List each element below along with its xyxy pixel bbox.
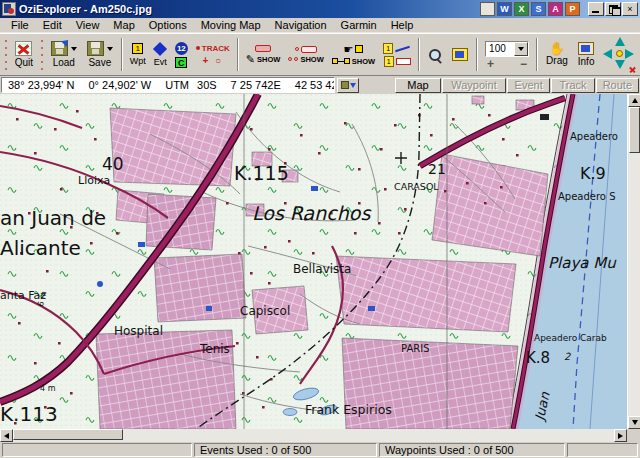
northing-value: 42 53 422N bbox=[295, 79, 335, 91]
tab-route[interactable]: Route bbox=[596, 78, 639, 93]
drag-button[interactable]: ✋ Drag bbox=[541, 35, 573, 74]
zoom-dropdown-icon[interactable] bbox=[514, 42, 528, 56]
tab-waypoint[interactable]: Waypoint bbox=[442, 78, 506, 93]
schedule-icon[interactable]: S bbox=[531, 2, 546, 16]
title-bar: OziExplorer - Am250c.jpg W X S A P × bbox=[0, 0, 640, 18]
status-events-used: Events Used : 0 of 500 bbox=[194, 443, 377, 457]
access-icon[interactable]: A bbox=[548, 2, 563, 16]
zoom-control: 100 + − bbox=[481, 35, 533, 74]
track-symbols-icon: + ○ bbox=[203, 55, 224, 66]
map-label-k9: K.9 bbox=[580, 164, 606, 183]
shift-close-icon[interactable] bbox=[629, 66, 636, 73]
event-toggle[interactable]: Evt bbox=[150, 35, 171, 74]
toolbar-grip-2[interactable] bbox=[39, 37, 45, 72]
load-dropdown-icon[interactable] bbox=[71, 47, 77, 51]
zoom-out-button[interactable]: − bbox=[520, 59, 527, 69]
status-waypoints-used: Waypoints Used : 0 of 500 bbox=[379, 443, 565, 457]
menu-garmin[interactable]: Garmin bbox=[334, 18, 384, 32]
horizontal-scroll-track[interactable] bbox=[13, 429, 614, 442]
office-logo-icon[interactable] bbox=[480, 2, 495, 16]
menu-map[interactable]: Map bbox=[106, 18, 141, 32]
zoom-level-value: 100 bbox=[486, 42, 514, 56]
mini-floppy-icon bbox=[341, 81, 349, 89]
map-label-lloixa: Lloixa bbox=[78, 174, 110, 187]
close-button[interactable]: × bbox=[622, 2, 638, 16]
track-tail-toggle[interactable]: TRACK + ○ bbox=[192, 35, 234, 74]
quit-button[interactable]: Quit bbox=[10, 35, 38, 74]
status-bar: Events Used : 0 of 500 Waypoints Used : … bbox=[0, 442, 640, 458]
menu-moving-map[interactable]: Moving Map bbox=[194, 18, 268, 32]
horizontal-scrollbar[interactable] bbox=[0, 429, 640, 442]
map-label-tenis: Tenis bbox=[199, 342, 230, 356]
tab-event[interactable]: Event bbox=[507, 78, 550, 93]
drag-hand-icon: ✋ bbox=[549, 43, 565, 54]
shift-up-icon[interactable] bbox=[615, 37, 625, 46]
shift-right-icon[interactable] bbox=[625, 49, 634, 59]
info-button[interactable]: Info bbox=[573, 35, 600, 74]
load-button[interactable]: Load bbox=[46, 35, 82, 74]
map-label-k115: K.115 bbox=[234, 162, 289, 184]
vertical-scroll-track[interactable] bbox=[628, 107, 640, 416]
map-label-paris: PARIS bbox=[401, 343, 429, 354]
tab-track[interactable]: Track bbox=[551, 78, 594, 93]
excel-icon[interactable]: X bbox=[514, 2, 529, 16]
datum-label: UTM bbox=[165, 79, 189, 91]
waypoint-toggle[interactable]: 1 Wpt bbox=[126, 35, 150, 74]
menu-view[interactable]: View bbox=[69, 18, 107, 32]
menu-help[interactable]: Help bbox=[384, 18, 421, 32]
map-label-apeadero: Apeadero bbox=[570, 131, 618, 142]
scroll-up-button[interactable] bbox=[628, 94, 640, 107]
scroll-right-button[interactable] bbox=[614, 429, 627, 442]
zoom-level-select[interactable]: 100 bbox=[485, 41, 529, 57]
map-label-apeadero-s: Apeadero S bbox=[558, 191, 616, 202]
scroll-left-button[interactable] bbox=[0, 429, 13, 442]
shift-down-icon[interactable] bbox=[615, 60, 625, 69]
menu-options[interactable]: Options bbox=[142, 18, 194, 32]
longitude-value: 0° 24,902' W bbox=[88, 79, 151, 91]
menu-file[interactable]: File bbox=[4, 18, 36, 32]
shift-left-icon[interactable] bbox=[603, 49, 612, 59]
restore-button[interactable] bbox=[605, 2, 621, 16]
word-icon[interactable]: W bbox=[497, 2, 512, 16]
menu-bar: File Edit View Map Options Moving Map Na… bbox=[0, 18, 640, 33]
latitude-value: 38° 23,994' N bbox=[8, 79, 74, 91]
minimize-button[interactable] bbox=[588, 2, 604, 16]
waypoint-number-toggle[interactable]: 12 C bbox=[171, 35, 192, 74]
save-position-button[interactable] bbox=[337, 78, 359, 93]
event-line-button[interactable]: 1 1 bbox=[379, 35, 415, 74]
map-properties-icon bbox=[452, 48, 468, 61]
track-bar-icon bbox=[255, 45, 271, 52]
shift-center-icon[interactable] bbox=[616, 50, 623, 57]
map-properties-button[interactable] bbox=[447, 35, 473, 74]
save-dropdown-icon[interactable] bbox=[107, 47, 113, 51]
menu-edit[interactable]: Edit bbox=[36, 18, 69, 32]
waypoint-show-button[interactable]: ☛ SHOW bbox=[328, 35, 379, 74]
line-icon bbox=[395, 44, 411, 52]
coordinate-bar: 38° 23,994' N 0° 24,902' W UTM 30S 7 25 … bbox=[0, 76, 640, 94]
map-label-k8: K.8 bbox=[526, 349, 550, 367]
scroll-up-icon bbox=[632, 98, 638, 103]
toolbar-grip[interactable] bbox=[3, 37, 9, 72]
track-show-button[interactable]: ✎SHOW bbox=[242, 35, 285, 74]
app-icon[interactable] bbox=[2, 2, 16, 16]
map-label-los-ranchos: Los Ranchos bbox=[252, 202, 371, 224]
scroll-down-button[interactable] bbox=[628, 416, 640, 429]
zoom-window-button[interactable] bbox=[423, 35, 447, 74]
save-button[interactable]: Save bbox=[82, 35, 118, 74]
powerpoint-icon[interactable]: P bbox=[565, 2, 580, 16]
vertical-scrollbar[interactable] bbox=[627, 94, 640, 429]
map-label-k113: K.113 bbox=[0, 402, 58, 426]
load-icon bbox=[51, 41, 68, 56]
map-label-frank-espirios: Frank Espirios bbox=[305, 402, 392, 417]
pen-icon: ✎ bbox=[246, 54, 255, 65]
map-label-carasol: CARASOL bbox=[394, 181, 439, 192]
map-canvas[interactable]: 40 Lloixa K.115 Los Ranchos 21 CARASOL a… bbox=[0, 94, 627, 429]
tab-map[interactable]: Map bbox=[395, 78, 441, 93]
horizontal-scroll-thumb[interactable] bbox=[13, 429, 123, 440]
zoom-in-button[interactable]: + bbox=[487, 59, 494, 69]
menu-navigation[interactable]: Navigation bbox=[268, 18, 334, 32]
map-label-playa-mu: Playa Mu bbox=[548, 254, 617, 272]
vertical-scroll-thumb[interactable] bbox=[629, 107, 640, 153]
window-title: OziExplorer - Am250c.jpg bbox=[19, 3, 152, 15]
route-show-button[interactable]: SHOW bbox=[284, 35, 327, 74]
